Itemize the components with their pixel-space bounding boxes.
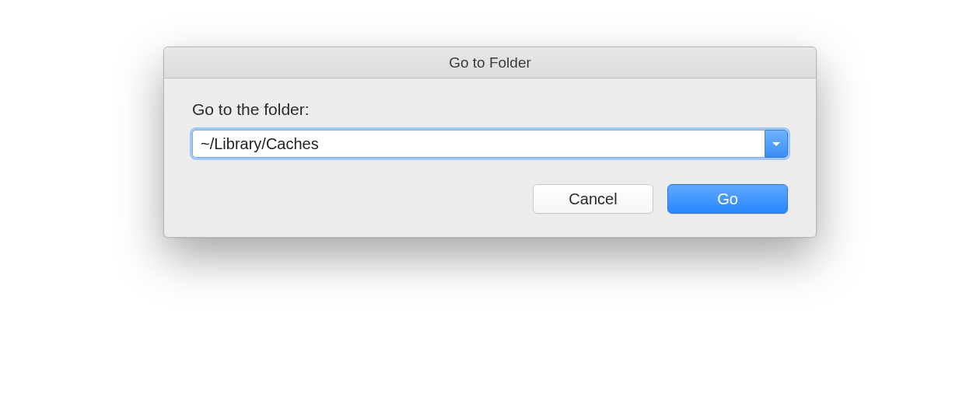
path-field-row <box>192 130 788 158</box>
path-dropdown-button[interactable] <box>765 130 788 158</box>
go-to-folder-dialog: Go to Folder Go to the folder: Cancel Go <box>163 47 817 238</box>
folder-label: Go to the folder: <box>192 100 788 119</box>
dialog-titlebar: Go to Folder <box>164 47 816 78</box>
chevron-down-icon <box>772 137 781 151</box>
go-button[interactable]: Go <box>667 184 788 214</box>
dialog-title: Go to Folder <box>449 54 531 71</box>
cancel-button[interactable]: Cancel <box>533 184 653 214</box>
path-combobox <box>192 130 788 158</box>
go-button-label: Go <box>717 190 738 208</box>
dialog-button-row: Cancel Go <box>192 184 788 214</box>
dialog-content: Go to the folder: Cancel Go <box>164 78 816 237</box>
path-input[interactable] <box>192 130 765 158</box>
cancel-button-label: Cancel <box>569 190 617 208</box>
